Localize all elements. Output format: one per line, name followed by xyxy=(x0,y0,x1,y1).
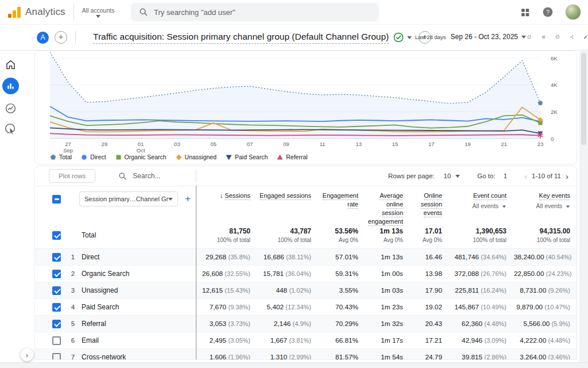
column-header-engaged-sessions[interactable]: Engaged sessions xyxy=(258,191,319,225)
column-divider xyxy=(196,186,196,359)
date-range-label: Last 28 days xyxy=(415,34,446,40)
add-tab-button[interactable]: + xyxy=(55,31,67,44)
insights-icon[interactable] xyxy=(555,31,560,43)
svg-text:17: 17 xyxy=(428,141,435,147)
metric-cell: 22,850.00 (24.23%) xyxy=(514,270,577,278)
legend-label: Paid Search xyxy=(235,154,268,160)
metric-cell: 9,879.00 (10.47%) xyxy=(514,303,577,311)
svg-text:Oct: Oct xyxy=(137,147,145,154)
metric-cell: 1m 54s xyxy=(366,353,411,360)
svg-text:4K: 4K xyxy=(551,82,558,88)
prev-page-button[interactable]: ‹ xyxy=(524,171,527,181)
horizontal-scrollbar[interactable] xyxy=(0,362,588,368)
legend-item-total: Total xyxy=(50,154,72,160)
table-search-placeholder: Search... xyxy=(133,172,160,180)
total-label: Total xyxy=(82,231,96,239)
date-range-value: Sep 26 - Oct 23, 2025 xyxy=(451,33,518,41)
date-range-picker[interactable]: Last 28 days Sep 26 - Oct 23, 2025 xyxy=(415,24,526,49)
metric-cell: 3,264.00 (3.46%) xyxy=(514,353,577,360)
share-icon[interactable] xyxy=(570,32,574,43)
total-row-checkbox[interactable] xyxy=(52,231,61,240)
svg-text:09: 09 xyxy=(283,141,289,147)
metric-cell: 70.29% xyxy=(319,320,366,328)
metric-cell: 81.57% xyxy=(319,353,366,360)
svg-text:23: 23 xyxy=(537,141,544,147)
rows-per-page-select[interactable]: 10 xyxy=(444,172,451,179)
add-dimension-button[interactable]: + xyxy=(185,193,191,205)
svg-text:?: ? xyxy=(546,9,550,16)
help-icon[interactable]: ? xyxy=(542,6,554,18)
metric-cell: 70.43% xyxy=(319,303,366,311)
notes-icon[interactable] xyxy=(527,32,532,43)
comparisons-icon[interactable] xyxy=(541,32,546,43)
rows-per-page-label: Rows per page: xyxy=(388,172,435,179)
table-header-row: Session primary…Channel Group) + ↓ Sessi… xyxy=(35,186,577,222)
metric-cell: 39,815 (2.86%) xyxy=(450,353,514,360)
svg-text:27: 27 xyxy=(65,141,71,147)
goto-label: Go to: xyxy=(477,172,495,179)
advertising-icon[interactable] xyxy=(4,122,17,135)
svg-text:03: 03 xyxy=(174,141,180,147)
chevron-down-icon[interactable] xyxy=(455,175,460,178)
dimension-selector[interactable]: Session primary…Channel Group) xyxy=(79,191,178,206)
search-icon xyxy=(139,7,148,17)
channel-name: Unassigned xyxy=(82,286,118,294)
metric-cell: 1m 23s xyxy=(366,303,411,311)
goto-page-input[interactable]: 1 xyxy=(504,172,507,179)
row-rank: 4 xyxy=(64,304,82,310)
table-row-paid-search: 4Paid Search7,670 (9.38%)5,402 (12.34%)7… xyxy=(35,299,577,316)
metric-cell: 38,240.00 (40.54%) xyxy=(514,253,577,261)
row-checkbox[interactable] xyxy=(52,286,61,295)
vertical-scrollbar-thumb[interactable] xyxy=(581,53,586,145)
report-title[interactable]: Traffic acquisition: Session primary cha… xyxy=(93,32,389,44)
row-checkbox[interactable] xyxy=(52,303,61,312)
metric-cell: 1m 13s xyxy=(366,253,411,261)
row-checkbox[interactable] xyxy=(52,320,61,328)
column-header-average-online-session-engagement[interactable]: Average online session engagement xyxy=(366,191,411,225)
expand-nav-button[interactable]: › xyxy=(21,348,33,361)
metric-cell: 26,608 (32.55%) xyxy=(196,270,258,278)
svg-text:29: 29 xyxy=(102,141,108,147)
diamond-icon xyxy=(176,154,182,160)
apps-grid-icon[interactable] xyxy=(520,7,531,18)
column-header-online-session-events[interactable]: Online session events xyxy=(411,191,450,225)
column-header-engagement-rate[interactable]: Engagement rate xyxy=(319,191,366,225)
table-search-input[interactable]: Search... xyxy=(118,172,160,181)
table-row-unassigned: 3Unassigned12,615 (15.43%)448 (1.02%)3.5… xyxy=(35,282,577,299)
analytics-logo-icon[interactable] xyxy=(8,6,21,18)
ga-analytics-app: Analytics All accounts Try searching "ad… xyxy=(0,0,588,368)
row-rank: 1 xyxy=(64,254,82,260)
explore-icon[interactable] xyxy=(5,102,17,114)
svg-text:Sep: Sep xyxy=(63,147,73,154)
metric-cell: 4,222.00 (4.48%) xyxy=(514,336,577,344)
home-icon[interactable] xyxy=(5,59,17,71)
row-checkbox[interactable] xyxy=(52,253,61,262)
chevron-down-icon xyxy=(168,198,173,201)
svg-text:15: 15 xyxy=(392,141,399,147)
row-checkbox[interactable] xyxy=(52,353,61,361)
total-cell: 43,787100% of total xyxy=(258,227,319,243)
metric-cell: 1,667 (3.81%) xyxy=(258,336,319,344)
account-switcher[interactable]: All accounts xyxy=(82,7,115,18)
metric-cell: 7,670 (9.38%) xyxy=(196,303,258,311)
user-avatar[interactable] xyxy=(565,4,581,20)
svg-text:0: 0 xyxy=(551,136,554,142)
select-all-checkbox[interactable] xyxy=(52,195,61,204)
metric-cell: 2,146 (4.9%) xyxy=(258,320,319,328)
workspace-avatar[interactable]: A xyxy=(37,32,49,44)
plot-rows-button[interactable]: Plot rows xyxy=(49,169,95,183)
next-page-button[interactable]: › xyxy=(566,171,568,181)
column-header-key-events[interactable]: Key eventsAll events xyxy=(514,191,577,225)
total-cell: 53.56%Avg 0% xyxy=(319,227,366,243)
row-checkbox[interactable] xyxy=(52,270,61,278)
legend-item-organic-search: Organic Search xyxy=(115,154,167,160)
edit-icon[interactable] xyxy=(583,32,588,43)
reports-nav-active[interactable] xyxy=(2,78,19,94)
row-checkbox[interactable] xyxy=(52,336,61,345)
chevron-down-icon[interactable] xyxy=(407,36,412,39)
column-header-sessions[interactable]: ↓ Sessions xyxy=(196,191,258,225)
metric-cell: 481,746 (34.64%) xyxy=(450,253,514,261)
column-header-event-count[interactable]: Event countAll events xyxy=(450,191,514,225)
metric-cell: 57.01% xyxy=(319,253,366,261)
search-input[interactable]: Try searching "add user" xyxy=(131,3,379,21)
